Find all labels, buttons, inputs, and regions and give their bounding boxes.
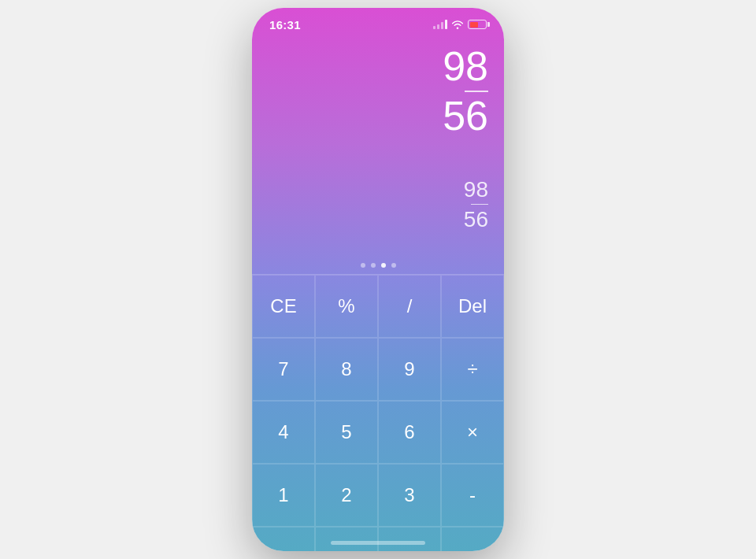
key-divide-slash[interactable]: / <box>378 275 441 338</box>
home-indicator <box>331 541 425 545</box>
key-7[interactable]: 7 <box>252 338 315 401</box>
key-multiply[interactable]: × <box>441 401 504 464</box>
key-4[interactable]: 4 <box>252 401 315 464</box>
key-3[interactable]: 3 <box>378 464 441 527</box>
keypad: CE % / Del 7 8 9 ÷ 4 5 6 × 1 2 3 - 0 . )… <box>252 274 504 551</box>
history-divider <box>471 204 488 205</box>
history-area: 98 56 <box>268 142 488 241</box>
key-percent[interactable]: % <box>315 275 378 338</box>
key-8[interactable]: 8 <box>315 338 378 401</box>
history-main: 98 <box>464 176 488 203</box>
signal-icon <box>433 20 447 29</box>
key-2[interactable]: 2 <box>315 464 378 527</box>
dot-2[interactable] <box>371 263 376 268</box>
result-divider <box>465 91 488 92</box>
status-time: 16:31 <box>269 18 301 31</box>
key-paren-close[interactable]: ) <box>378 527 441 551</box>
key-5[interactable]: 5 <box>315 401 378 464</box>
result-secondary: 56 <box>443 94 488 139</box>
history-secondary: 56 <box>464 206 488 233</box>
key-add[interactable]: + <box>441 527 504 551</box>
key-6[interactable]: 6 <box>378 401 441 464</box>
wifi-icon <box>451 20 464 29</box>
result-display: 98 56 <box>268 44 488 139</box>
dot-1[interactable] <box>361 263 365 268</box>
key-ce[interactable]: CE <box>252 275 315 338</box>
dot-3[interactable] <box>381 263 386 268</box>
result-main: 98 <box>443 44 488 89</box>
key-1[interactable]: 1 <box>252 464 315 527</box>
phone-container: 16:31 98 56 98 <box>252 8 504 551</box>
key-decimal[interactable]: . <box>315 527 378 551</box>
key-0[interactable]: 0 <box>252 527 315 551</box>
display-area: 98 56 98 56 <box>252 36 504 257</box>
dot-4[interactable] <box>391 263 396 268</box>
status-icons <box>433 20 487 29</box>
battery-icon <box>468 20 487 29</box>
key-del[interactable]: Del <box>441 275 504 338</box>
key-divide[interactable]: ÷ <box>441 338 504 401</box>
page-dots <box>252 257 504 274</box>
key-subtract[interactable]: - <box>441 464 504 527</box>
status-bar: 16:31 <box>252 8 504 36</box>
key-9[interactable]: 9 <box>378 338 441 401</box>
